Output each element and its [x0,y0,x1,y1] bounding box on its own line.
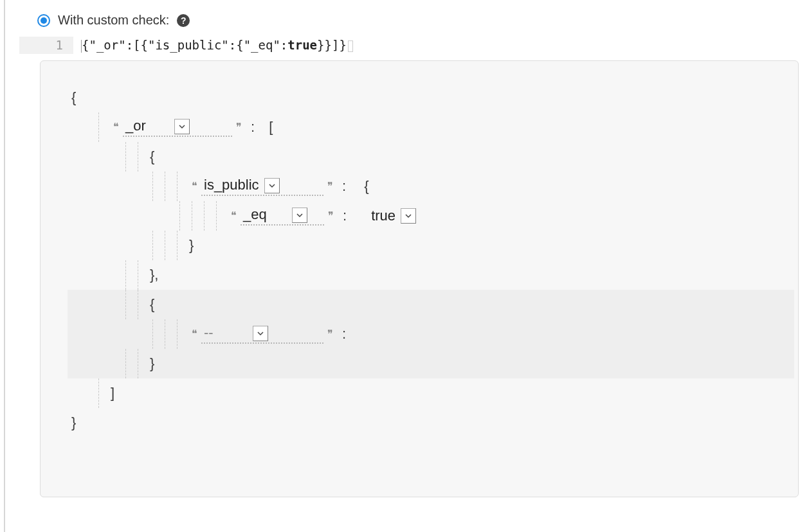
chevron-down-icon[interactable] [253,326,268,341]
field-placeholder: -- [201,324,253,341]
custom-check-option[interactable]: With custom check: ? [37,13,800,28]
code-keyword: true [287,38,317,52]
field-value: _eq [241,206,292,223]
line-number: 1 [19,37,73,54]
quote-icon: ❝ [228,209,239,222]
brace-open: { [364,178,368,195]
brace-open: { [150,296,154,313]
colon: : [336,178,352,195]
quote-icon: ❞ [325,180,336,192]
quote-icon: ❞ [325,209,336,222]
brace-open: { [71,83,798,112]
brace-close: } [150,355,154,372]
chevron-down-icon[interactable] [174,119,190,134]
chevron-down-icon[interactable] [292,208,307,223]
colon: : [336,208,353,224]
code-text-2: }}]} [317,38,347,52]
radio-label: With custom check: [58,13,169,28]
code-text: {"_or":[{"is_public":{"_eq": [82,38,287,52]
bracket-open: [ [269,119,273,136]
json-editor[interactable]: 1 {"_or":[{"is_public":{"_eq":true}}]} [19,37,800,54]
field-value: is_public [201,177,264,193]
help-icon[interactable]: ? [177,14,190,27]
quote-icon: ❝ [189,328,200,340]
quote-icon: ❞ [325,328,336,340]
bracket-close: ] [111,385,114,402]
caret-box [348,40,353,52]
field-picker-ispublic[interactable]: is_public [201,177,323,196]
chevron-down-icon[interactable] [264,178,280,193]
colon: : [336,326,352,342]
quote-icon: ❞ [233,121,244,133]
expression-builder: { ❝ _or ❞ : [ { ❝ is_public ❞ : { [40,60,799,497]
radio-selected[interactable] [37,14,50,27]
value-text: true [371,208,395,224]
field-picker-or[interactable]: _or [123,118,232,137]
brace-close-comma: }, [150,267,158,283]
chevron-down-icon[interactable] [401,208,416,224]
quote-icon: ❝ [189,180,200,192]
field-picker-empty[interactable]: -- [201,324,323,344]
code-line[interactable]: {"_or":[{"is_public":{"_eq":true}}]} [73,37,800,54]
brace-close: } [189,237,194,254]
colon: : [244,119,261,136]
field-value: _or [123,118,174,134]
value-picker-true[interactable]: true [371,208,416,224]
quote-icon: ❝ [111,121,122,133]
left-border [4,0,5,532]
brace-close: } [71,408,798,438]
field-picker-eq[interactable]: _eq [241,206,324,226]
brace-open: { [150,148,154,165]
